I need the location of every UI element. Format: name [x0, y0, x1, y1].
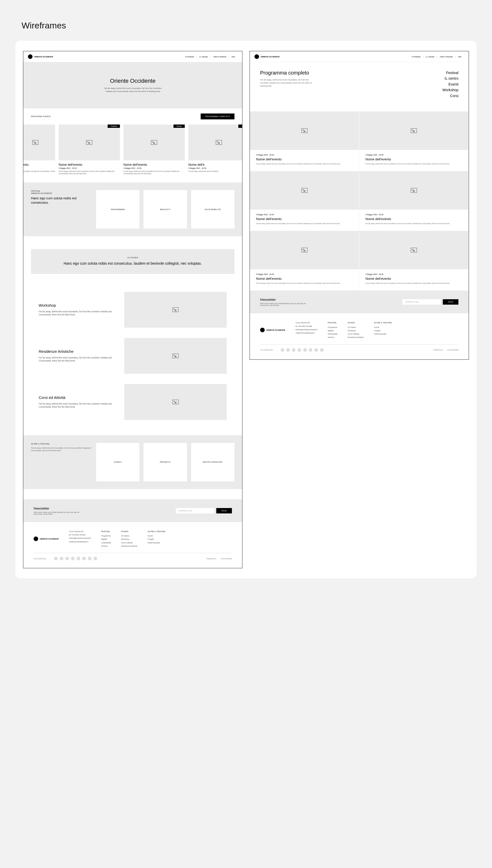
nav-link[interactable]: Oltre il festival	[211, 56, 229, 58]
image-icon	[216, 140, 222, 145]
wireframes-canvas: ORIENTE OCCIDENTE Il Festival Lo Studio …	[16, 41, 476, 579]
card-title: ell'evento	[23, 163, 55, 167]
event-cell[interactable]: 3 Maggio 2022 - 20.30Nome dell'eventoFar…	[250, 210, 359, 231]
event-cell[interactable]: 3 Maggio 2022 - 20.30Nome dell'eventoFar…	[250, 269, 359, 290]
logo-text: ORIENTE OCCIDENTE	[266, 329, 285, 331]
event-image	[250, 111, 359, 150]
programma-button[interactable]: PROGRAMMA COMPLETO	[201, 113, 235, 119]
event-card[interactable]: Festival Nome dell'evento 3 Maggio 2021 …	[59, 125, 120, 175]
event-image	[359, 171, 469, 210]
footer-contact: Corso Rosmini 58tel +39 0464 431660festi…	[295, 321, 318, 339]
logo[interactable]: ORIENTE OCCIDENTE	[254, 54, 279, 59]
card-date: 3 Maggio 2021 - 20.30	[188, 167, 242, 169]
feature-title: Workshop	[39, 303, 114, 307]
filter-link[interactable]: Festival	[442, 70, 459, 76]
feature-title: Residenze Artistiche	[39, 349, 114, 354]
hero-desc: Far far away, behind the word mountains,…	[260, 78, 317, 87]
logo[interactable]: ORIENTE OCCIDENTE	[28, 54, 53, 59]
footer-col-oltre: OLTRE IL FESTIVAL EventiProgettiArtisti …	[374, 321, 392, 339]
tile-progetti[interactable]: PROGETTI	[144, 443, 187, 481]
patrocinio-label: Con il patrocinio	[33, 558, 46, 560]
section-label: FESTIVAL	[31, 190, 92, 192]
event-card[interactable]: Studio Nome dell'e 3 Maggio 2021 - 20.30…	[188, 125, 242, 175]
newsletter-input[interactable]: INSERISCI MAIL	[176, 508, 214, 513]
oltre-section: OLTRE IL FESTIVAL Far far away, behind t…	[23, 435, 242, 489]
link-trasparenza[interactable]: Trasparenza	[433, 349, 443, 351]
nav-link[interactable]: Il Festival	[409, 56, 423, 58]
tile-artisti[interactable]: ARTISTI ASSOCIATI	[191, 443, 235, 481]
newsletter-button[interactable]: INVIA	[443, 299, 459, 305]
tile-accessibilita[interactable]: ACCESSIBILITÀ	[191, 190, 235, 229]
tile-biglietti[interactable]: BIGLIETTI	[144, 190, 187, 229]
link-trasparenza[interactable]: Trasparenza	[206, 558, 216, 560]
footer-col-festival: FESTIVAL ProgrammaBigliettiSostenibilità…	[328, 321, 338, 339]
card-title: Nome dell'evento	[124, 163, 185, 167]
section-desc: Far far away, behind the word mountains,…	[31, 447, 92, 452]
footer-logo[interactable]: ORIENTE OCCIDENTE	[33, 530, 59, 548]
tile-programma[interactable]: PROGRAMMA	[96, 190, 140, 229]
tile-eventi[interactable]: EVENTI	[96, 443, 140, 481]
card-image: Festival	[59, 125, 120, 160]
logo-text: ORIENTE OCCIDENTE	[40, 538, 59, 540]
wireframe-home: ORIENTE OCCIDENTE Il Festival Lo Studio …	[23, 51, 242, 568]
filter-links: Festival IL centro Eventi Workshop Corsi	[442, 70, 459, 99]
footer-col-studio: STUDIO Chi SiamoWorkshopCorsi e Attività…	[348, 321, 364, 339]
section-label: ORIENTE OCCIDENTE	[31, 193, 92, 194]
image-icon	[172, 307, 179, 312]
newsletter-desc: We'll never share your email address and…	[33, 511, 80, 515]
footer-contact: Corso Rosmini 58tel +39 0464 431660festi…	[69, 530, 91, 548]
filter-link[interactable]: IL centro	[442, 76, 459, 81]
nav-link[interactable]: Lo Studio	[423, 56, 437, 58]
studio-section: LO STUDIO Hanc ego cum soluta nobis est …	[31, 249, 235, 274]
card-desc: Far far away, behind the word mountains	[188, 170, 242, 173]
event-image	[359, 231, 469, 269]
card-desc: Far far away, behind the word mountains,…	[59, 170, 120, 175]
link-accountability[interactable]: Accountability	[447, 349, 459, 351]
card-image: Studio	[124, 125, 185, 160]
nav-link[interactable]: Lo Studio	[197, 56, 211, 58]
event-cell[interactable]: 3 Maggio 2022 - 20.30Nome dell'eventoFar…	[359, 269, 469, 290]
footer: ORIENTE OCCIDENTE Corso Rosmini 58tel +3…	[250, 313, 469, 359]
section-heading: Hanc ego cum soluta nobis est consecutus…	[46, 261, 219, 266]
card-title: Nome dell'evento	[59, 163, 120, 167]
nav-link[interactable]: Il Festival	[183, 56, 197, 58]
newsletter-section: NewsletterWe'll never share your email a…	[23, 499, 242, 522]
card-desc: the word mountains, far alia and Consona…	[23, 170, 55, 173]
event-cell[interactable]: 3 Maggio 2022 - 20.30Nome dell'eventoFar…	[250, 150, 359, 171]
filter-link[interactable]: Workshop	[442, 87, 459, 93]
events-header: PROSSIMI EVENTI PROGRAMMA COMPLETO	[23, 108, 242, 125]
event-cell[interactable]: 3 Maggio 2022 - 20.30Nome dell'eventoFar…	[359, 150, 469, 171]
patrocinio-label: Con il patrocinio	[260, 349, 273, 351]
feature-title: Corsi ed Attività	[39, 395, 114, 400]
feature-image	[124, 338, 227, 374]
image-icon	[411, 248, 417, 252]
card-tag: Studio	[238, 125, 242, 128]
feature-residenze: Residenze ArtisticheFar far away, behind…	[23, 333, 242, 379]
event-card[interactable]: Studio Nome dell'evento 3 Maggio 2021 - …	[124, 125, 185, 175]
newsletter-button[interactable]: INVIA	[216, 508, 232, 513]
event-card[interactable]: ell'evento 20.30 the word mountains, far…	[23, 125, 55, 175]
newsletter-input[interactable]: INSERISCI MAIL	[402, 299, 441, 305]
image-icon	[172, 400, 179, 404]
filter-link[interactable]: Corsi	[442, 93, 459, 99]
page-title: Wireframes	[0, 21, 492, 41]
feature-image	[124, 292, 227, 328]
event-image	[250, 171, 359, 210]
section-label: LO STUDIO	[46, 257, 219, 258]
nav-link[interactable]: Info	[229, 56, 238, 58]
link-accountability[interactable]: Accountability	[221, 558, 232, 560]
hero-title: Programma completo	[260, 70, 317, 76]
card-tag: Studio	[173, 125, 185, 128]
event-cell[interactable]: 3 Maggio 2022 - 20.30Nome dell'eventoFar…	[359, 210, 469, 231]
nav-link[interactable]: Oltre il festival	[437, 56, 456, 58]
filter-link[interactable]: Eventi	[442, 81, 459, 87]
event-image	[250, 231, 359, 269]
hero-desc: Far far away, behind the word mountains,…	[102, 87, 164, 93]
event-cards: ell'evento 20.30 the word mountains, far…	[23, 125, 242, 182]
nav-link[interactable]: Info	[456, 56, 464, 58]
footer-col-oltre: OLTRE IL FESTIVAL EventiProgettiArtisti …	[148, 530, 166, 548]
image-icon	[411, 128, 417, 133]
card-image	[23, 125, 55, 160]
footer: ORIENTE OCCIDENTE Corso Rosmini 58tel +3…	[23, 522, 242, 568]
footer-logo[interactable]: ORIENTE OCCIDENTE	[260, 321, 285, 339]
